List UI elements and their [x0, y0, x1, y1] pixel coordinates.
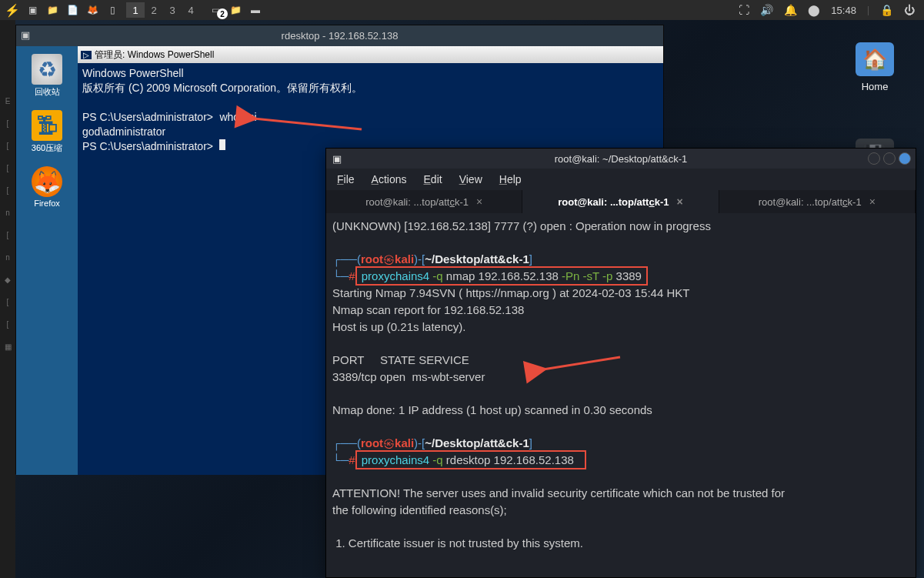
home-desktop-icon[interactable]: 🏠 Home: [856, 42, 894, 92]
tab-close-icon[interactable]: ×: [869, 195, 876, 208]
terminal-body[interactable]: (UNKNOWN) [192.168.52.138] 7777 (?) open…: [326, 213, 916, 556]
clock[interactable]: 15:48: [831, 5, 856, 16]
highlight-box-nmap: proxychains4 -q nmap 192.168.52.138 -Pn …: [355, 266, 649, 286]
highlight-box-rdesktop: proxychains4 -q rdesktop 192.168.52.138: [355, 450, 587, 469]
tab-close-icon[interactable]: ×: [676, 195, 682, 208]
terminal-window-icon: ▣: [332, 153, 342, 165]
editor-launcher-icon[interactable]: 📄: [63, 2, 82, 18]
taskbar-folder-icon[interactable]: 📁: [226, 2, 245, 18]
terminal-launcher-icon[interactable]: ▣: [23, 2, 42, 18]
rdesktop-window-icon: ▣: [21, 29, 30, 41]
lock-icon[interactable]: 🔒: [880, 4, 893, 16]
recycle-bin-icon[interactable]: ♻ 回收站: [32, 54, 62, 98]
workspace-switcher: 1 2 3 4: [126, 2, 200, 18]
workspace-3[interactable]: 3: [163, 2, 182, 18]
taskbar-left: ⚡ ▣ 📁 📄 🦊 ▯ 1 2 3 4 ▭2 📁 ▬: [3, 2, 265, 18]
powershell-icon: ▷: [81, 51, 92, 59]
menu-file[interactable]: File: [337, 173, 355, 185]
network-icon[interactable]: ⬤: [808, 4, 820, 16]
menu-help[interactable]: Help: [499, 173, 522, 185]
window-list-icon[interactable]: ▭2: [206, 2, 225, 18]
home-icon: 🏠: [856, 42, 894, 76]
terminal-tabs: root@kali: ...top/attck-1× root@kali: ..…: [326, 190, 916, 213]
firefox-launcher-icon[interactable]: 🦊: [83, 2, 102, 18]
minimize-button[interactable]: [868, 152, 880, 165]
rdesktop-title-text: rdesktop - 192.168.52.138: [282, 30, 399, 42]
taskbar-right: ⛶ 🔊 🔔 ⬤ 15:48 | 🔒 ⏻: [739, 4, 921, 16]
top-taskbar: ⚡ ▣ 📁 📄 🦊 ▯ 1 2 3 4 ▭2 📁 ▬ ⛶ 🔊 🔔 ⬤ 15:48…: [0, 0, 924, 20]
powershell-title-text: 管理员: Windows PowerShell: [95, 48, 214, 62]
terminal-titlebar[interactable]: ▣ root@kali: ~/Desktop/att&ck-1: [326, 149, 916, 169]
terminal-window: ▣ root@kali: ~/Desktop/att&ck-1 File Act…: [325, 148, 916, 578]
close-button[interactable]: [899, 152, 911, 165]
shell-launcher-icon[interactable]: ▯: [103, 2, 122, 18]
terminal-tab-3[interactable]: root@kali: ...top/attck-1×: [719, 190, 916, 213]
rdesktop-titlebar[interactable]: ▣ rdesktop - 192.168.52.138: [16, 25, 663, 46]
360zip-icon[interactable]: 🗜 360压缩: [32, 110, 62, 154]
menu-edit[interactable]: Edit: [424, 173, 442, 185]
workspace-4[interactable]: 4: [182, 2, 200, 18]
terminal-tab-2[interactable]: root@kali: ...top/attck-1×: [522, 190, 719, 213]
remote-desktop-area[interactable]: ♻ 回收站 🗜 360压缩 🦊 Firefox: [16, 46, 78, 475]
terminal-menu: File Actions Edit View Help: [326, 169, 916, 190]
power-icon[interactable]: ⏻: [904, 4, 915, 16]
terminal-tab-1[interactable]: root@kali: ...top/attck-1×: [326, 190, 522, 213]
notifications-icon[interactable]: 🔔: [784, 4, 797, 16]
maximize-button[interactable]: [883, 152, 896, 165]
workspace-1[interactable]: 1: [126, 2, 145, 18]
firefox-remote-icon[interactable]: 🦊 Firefox: [32, 166, 62, 208]
taskbar-display-icon[interactable]: ▬: [246, 2, 265, 18]
tab-close-icon[interactable]: ×: [476, 195, 482, 208]
menu-view[interactable]: View: [459, 173, 482, 185]
files-launcher-icon[interactable]: 📁: [43, 2, 62, 18]
home-label: Home: [862, 81, 889, 92]
left-gutter: E[[[[n[n◆[[▦: [0, 20, 15, 578]
powershell-titlebar[interactable]: ▷ 管理员: Windows PowerShell: [78, 46, 663, 63]
screenshot-icon[interactable]: ⛶: [739, 4, 749, 16]
workspace-2[interactable]: 2: [145, 2, 163, 18]
kali-menu-icon[interactable]: ⚡: [3, 2, 22, 18]
menu-actions[interactable]: Actions: [372, 173, 407, 185]
terminal-title-text: root@kali: ~/Desktop/att&ck-1: [326, 153, 916, 165]
volume-icon[interactable]: 🔊: [760, 4, 773, 16]
